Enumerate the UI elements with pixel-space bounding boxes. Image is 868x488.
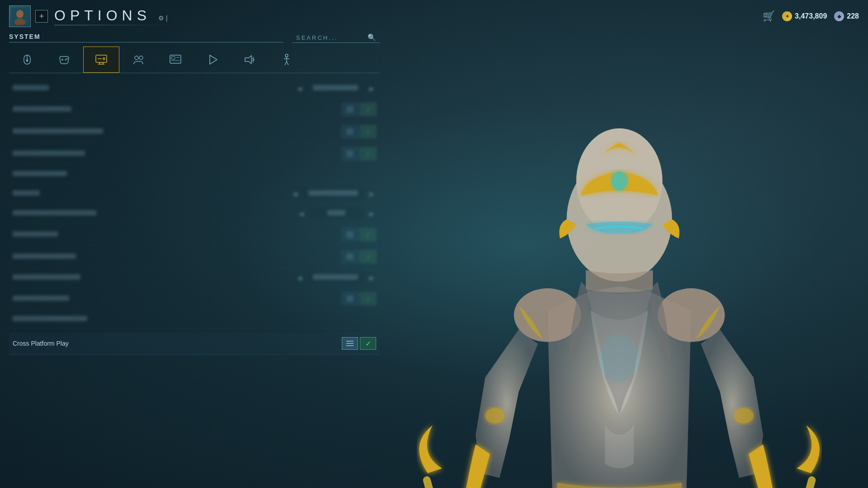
credits-amount: 3,473,809 [795,12,827,20]
setting-row-pc-type: ◀ ▶ [9,79,380,99]
toggle-on-btn[interactable]: ✓ [360,337,376,350]
section-header-row [9,165,380,184]
svg-point-41 [734,408,753,423]
setting-row-7: ✓ [9,224,380,246]
tab-social[interactable] [120,47,156,73]
tab-controller[interactable] [46,47,82,73]
content-area: SYSTEM 🔍 [0,33,868,488]
search-input[interactable] [296,34,364,41]
setting-row-2: ✓ [9,99,380,121]
tab-audio[interactable] [231,47,268,73]
panel-header: SYSTEM 🔍 [9,33,380,43]
toggle-2: ✓ [342,103,376,116]
svg-point-5 [26,59,28,62]
topbar-left: + OPTIONS ⚙| [9,5,172,27]
topbar: + OPTIONS ⚙| 🛒 ✦ 3,473,809 ◈ 228 [0,0,868,33]
settings-list: ◀ ▶ ✓ [9,79,380,488]
svg-point-8 [65,59,66,61]
svg-point-9 [66,58,68,60]
tab-gameplay[interactable] [194,47,231,73]
toggle-8: ✓ [342,250,376,263]
tab-accessibility[interactable] [269,47,305,73]
topbar-right: 🛒 ✦ 3,473,809 ◈ 228 [763,10,859,22]
svg-point-24 [285,54,288,57]
setting-row-cross-platform: Cross Platform Play ✓ [9,333,380,355]
setting-row-8: ✓ [9,246,380,268]
page-title: OPTIONS [54,7,151,24]
svg-point-1 [16,10,24,18]
svg-point-40 [485,408,504,423]
platinum-icon: ◈ [834,11,844,21]
toggle-7: ✓ [342,228,376,241]
credits-display: ✦ 3,473,809 [782,11,827,21]
add-button[interactable]: + [35,10,48,23]
setting-row-11 [9,310,380,329]
toggle-10: ✓ [342,292,376,305]
title-decoration: ⚙| [158,14,168,22]
toggle-4: ✓ [342,147,376,160]
svg-marker-23 [245,56,251,64]
left-panel: SYSTEM 🔍 [9,33,380,488]
svg-point-11 [103,58,105,60]
setting-row-refresh: ◀ ▶ [9,204,380,224]
search-icon: 🔍 [368,33,376,42]
setting-row-10: ✓ [9,288,380,310]
setting-control-pc-type: ◀ ▶ [295,83,376,94]
tab-interface[interactable] [157,47,193,73]
character-display [380,33,859,488]
title-underline [54,25,172,25]
cross-platform-label: Cross Platform Play [13,340,342,347]
toggle-off-btn[interactable] [342,337,358,350]
tab-display[interactable] [83,47,119,73]
svg-point-17 [139,56,143,60]
search-container: 🔍 [292,33,380,43]
svg-rect-19 [171,56,175,59]
credits-icon: ✦ [782,11,792,21]
setting-row-vsync: ◀ ▶ [9,184,380,204]
svg-point-16 [135,56,138,60]
settings-tabs [9,47,380,73]
setting-label-pc-type [13,85,295,92]
avatar[interactable] [9,5,31,27]
svg-line-27 [285,61,287,65]
cross-platform-toggle: ✓ [342,337,376,350]
platinum-display: ◈ 228 [834,11,859,21]
svg-point-39 [612,171,627,190]
setting-row-3: ✓ [9,121,380,143]
platinum-amount: 228 [847,12,859,20]
cart-icon[interactable]: 🛒 [763,10,775,22]
svg-marker-22 [210,55,217,64]
toggle-3: ✓ [342,125,376,138]
setting-row-4: ✓ [9,143,380,165]
svg-line-28 [287,61,288,65]
tab-mouse[interactable] [9,47,45,73]
setting-row-9: ◀ ▶ [9,268,380,288]
section-label: SYSTEM [9,33,283,42]
